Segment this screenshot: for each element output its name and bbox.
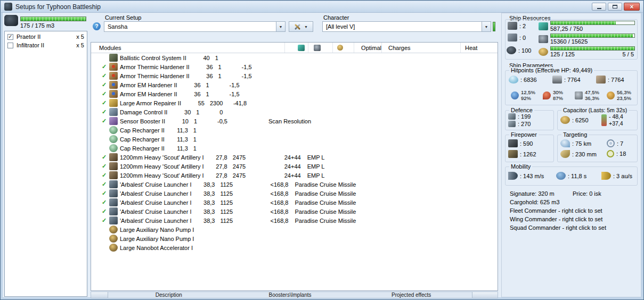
drone-bandwidth-icon bbox=[507, 46, 516, 54]
bottom-tab[interactable]: Description bbox=[108, 292, 230, 298]
tab-strip-left-button[interactable] bbox=[91, 292, 108, 298]
capacitor-flow: - 48,4 +37,4 bbox=[601, 113, 623, 127]
character-dropdown-arrow-icon[interactable]: ▼ bbox=[482, 22, 491, 31]
module-icon bbox=[109, 117, 118, 125]
module-row[interactable]: ✓ Large Armor Repairer II 55 2300 -41,8 bbox=[91, 98, 498, 107]
modules-column-header[interactable]: Modules bbox=[91, 43, 284, 53]
module-powergrid-value: 1 bbox=[191, 109, 215, 115]
character-combobox[interactable]: [All level V] ▼ bbox=[322, 21, 491, 32]
module-row[interactable]: ✓ Armor EM Hardener II 36 1 -1,5 bbox=[91, 89, 498, 98]
module-powergrid-value: 2475 bbox=[227, 172, 252, 179]
drone-list-item[interactable]: ✓ Praetor II x 5 bbox=[5, 32, 87, 41]
module-charges-value: Scan Resolution bbox=[262, 118, 341, 124]
minimize-button[interactable] bbox=[592, 3, 606, 11]
capacitor-column-header[interactable] bbox=[332, 43, 354, 53]
module-row[interactable]: ✓ Damage Control II 30 1 0 bbox=[91, 107, 498, 116]
module-cpu-value: 36 bbox=[177, 91, 201, 97]
drone-checkbox[interactable]: ✓ bbox=[7, 43, 13, 48]
powergrid-bar-fill bbox=[551, 34, 633, 37]
current-setup-dropdown-arrow-icon[interactable]: ▼ bbox=[276, 22, 285, 31]
dps-value: : 590 bbox=[520, 140, 533, 147]
scan-resolution-icon bbox=[560, 150, 570, 158]
module-row[interactable]: ✓ Armor Thermic Hardener II 36 1 -1,5 bbox=[91, 71, 498, 80]
resist-cell: 56,3% 23,5% bbox=[607, 89, 631, 101]
module-charges-value: EMP L bbox=[301, 172, 380, 179]
module-row[interactable]: ✓ Large Auxiliary Nano Pump I bbox=[91, 234, 498, 243]
powergrid-column-header[interactable] bbox=[308, 43, 332, 53]
module-row[interactable]: ✓ 1200mm Heavy 'Scout' Artillery I 27,8 … bbox=[91, 153, 498, 162]
module-icon bbox=[109, 244, 118, 252]
close-button[interactable]: × bbox=[624, 3, 640, 11]
tab-strip-right-button[interactable] bbox=[472, 292, 498, 298]
module-icon bbox=[109, 153, 118, 161]
current-setup-combobox[interactable]: Sansha ▼ bbox=[104, 21, 286, 32]
module-cpu-value: 38,3 bbox=[191, 181, 215, 188]
turret-hardpoints-value: : 2 bbox=[519, 23, 526, 29]
drone-checkbox[interactable]: ✓ bbox=[7, 34, 13, 40]
bottom-tab[interactable]: Boosters\Implants bbox=[230, 292, 351, 298]
max-targets-value: : 7 bbox=[617, 140, 623, 147]
module-active-check-icon: ✓ bbox=[102, 217, 108, 224]
sensor-strength: : 18 bbox=[607, 150, 626, 157]
setup-tools-button[interactable]: ▼ bbox=[289, 21, 313, 32]
module-cpu-value: 55 bbox=[181, 100, 205, 106]
hitpoints-caption: Hitpoints (Effective HP: 49,449) bbox=[509, 67, 594, 73]
fleet-commander-setter[interactable]: Fleet Commander - right click to set bbox=[510, 207, 602, 214]
wing-commander-setter[interactable]: Wing Commander - right click to set bbox=[510, 216, 602, 222]
module-cpu-value: 10 bbox=[165, 118, 189, 124]
optimal-column-header[interactable]: Optimal bbox=[354, 43, 381, 53]
module-row[interactable]: ✓ 1200mm Heavy 'Scout' Artillery I 27,8 … bbox=[91, 171, 498, 180]
drone-list-item[interactable]: ✓ Infiltrator II x 5 bbox=[5, 41, 87, 49]
maximize-button[interactable] bbox=[608, 3, 622, 11]
module-row[interactable]: ✓ Cap Recharger II 11,3 1 bbox=[91, 144, 498, 153]
bottom-tab[interactable]: Projected effects bbox=[350, 292, 472, 298]
module-row[interactable]: ✓ 'Arbalest' Cruise Launcher I 38,3 1125… bbox=[91, 216, 498, 225]
armor-resist-value: 36,3% bbox=[585, 95, 599, 101]
character-label: Character bbox=[323, 14, 349, 21]
current-setup-value: Sansha bbox=[104, 23, 276, 30]
module-icon bbox=[109, 126, 118, 134]
module-name: 'Arbalest' Cruise Launcher I bbox=[120, 199, 191, 206]
module-name: 1200mm Heavy 'Scout' Artillery I bbox=[120, 154, 204, 161]
module-row[interactable]: ✓ Sensor Booster II 10 1 -0,5 Scan Resol… bbox=[91, 116, 498, 126]
max-targets-icon bbox=[607, 139, 615, 147]
module-row[interactable]: ✓ Armor EM Hardener II 36 1 -1,5 bbox=[91, 80, 498, 89]
shield-resist-value: 56,3% bbox=[617, 89, 631, 95]
module-row[interactable]: ✓ Ballistic Control System II 40 1 bbox=[91, 53, 498, 62]
scan-resolution: : 230 mm bbox=[560, 150, 597, 158]
module-active-check-icon: ✓ bbox=[102, 109, 108, 115]
cargohold-value: Cargohold: 625 m3 bbox=[510, 199, 560, 205]
help-icon[interactable]: ? bbox=[93, 22, 101, 30]
module-icon bbox=[109, 180, 118, 188]
shield-resist-value: 47,5% bbox=[585, 89, 599, 95]
mobility-caption: Mobility bbox=[509, 163, 532, 170]
module-name: 1200mm Heavy 'Scout' Artillery I bbox=[120, 172, 204, 179]
module-row[interactable]: ✓ 'Arbalest' Cruise Launcher I 38,3 1125… bbox=[91, 207, 498, 216]
module-row[interactable]: ✓ Large Auxiliary Nano Pump I bbox=[91, 225, 498, 234]
module-row[interactable]: ✓ 1200mm Heavy 'Scout' Artillery I 27,8 … bbox=[91, 162, 498, 171]
module-row[interactable]: ✓ 'Arbalest' Cruise Launcher I 38,3 1125… bbox=[91, 198, 498, 207]
module-powergrid-value: 1 bbox=[188, 145, 213, 152]
module-name: Cap Recharger II bbox=[120, 127, 165, 134]
capacitor-icon bbox=[560, 116, 570, 124]
cpu-icon bbox=[539, 22, 548, 30]
module-row[interactable]: ✓ Cap Recharger II 11,3 1 bbox=[91, 135, 498, 144]
cpu-column-header[interactable] bbox=[284, 43, 308, 53]
module-cpu-value: 11,3 bbox=[165, 145, 188, 152]
module-name: Cap Recharger II bbox=[120, 136, 165, 143]
module-row[interactable]: ✓ Armor Thermic Hardener II 36 1 -1,5 bbox=[91, 62, 498, 71]
dps-icon bbox=[508, 139, 518, 147]
module-cap-value: 0 bbox=[215, 109, 237, 115]
app-window: Setups for Typhoon Battleship × 175 / 17… bbox=[0, 0, 644, 300]
module-row[interactable]: ✓ 'Arbalest' Cruise Launcher I 38,3 1125… bbox=[91, 180, 498, 189]
titlebar[interactable]: Setups for Typhoon Battleship × bbox=[1, 1, 643, 13]
modules-table-header[interactable]: Modules Optimal Charges Heat bbox=[91, 43, 498, 53]
module-row[interactable]: ✓ Cap Recharger II 11,3 1 bbox=[91, 126, 498, 135]
module-row[interactable]: ✓ 'Arbalest' Cruise Launcher I 38,3 1125… bbox=[91, 189, 498, 198]
heat-column-header[interactable]: Heat bbox=[460, 43, 498, 53]
charges-column-header[interactable]: Charges bbox=[381, 43, 460, 53]
module-charges-value: Paradise Cruise Missile bbox=[288, 181, 367, 188]
squad-commander-setter[interactable]: Squad Commander - right click to set bbox=[510, 224, 606, 231]
module-row[interactable]: ✓ Large Nanobot Accelerator I bbox=[91, 243, 498, 252]
module-charges-value: Paradise Cruise Missile bbox=[288, 190, 367, 197]
